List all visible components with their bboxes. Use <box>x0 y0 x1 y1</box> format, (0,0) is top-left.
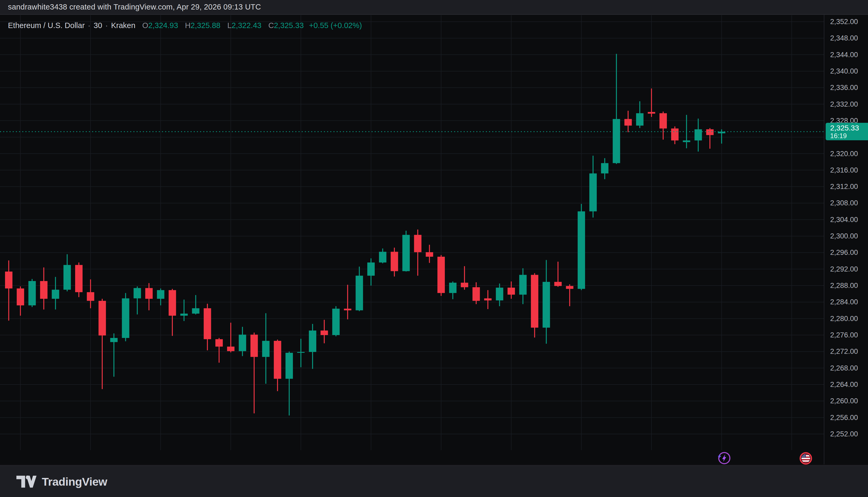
ohlc-high: H2,325.88 <box>185 21 220 30</box>
candle-body <box>671 128 679 140</box>
candle-body <box>63 265 71 289</box>
price-axis-label: 2,332.00 <box>830 100 858 109</box>
candle-body <box>157 290 164 299</box>
us-flag-event-icon[interactable] <box>798 451 813 466</box>
candle-body <box>390 252 398 271</box>
price-axis-label: 2,344.00 <box>830 51 858 59</box>
price-axis-label: 2,292.00 <box>830 265 858 273</box>
candlestick-chart[interactable] <box>0 15 824 465</box>
bar-countdown: 16:19 <box>830 132 868 140</box>
candle-body <box>613 119 620 163</box>
candle-body <box>531 275 538 328</box>
candle-body <box>297 352 304 353</box>
price-axis-label: 2,304.00 <box>830 215 858 224</box>
last-price-value: 2,325.33 <box>830 124 868 132</box>
candle-body <box>461 283 468 287</box>
price-axis-label: 2,336.00 <box>830 83 858 92</box>
candle-body <box>496 288 503 300</box>
price-axis-label: 2,264.00 <box>830 380 858 389</box>
attribution-bar: sandrawhite3438 created with TradingView… <box>0 0 868 15</box>
price-axis-label: 2,340.00 <box>830 67 858 75</box>
candle-body <box>402 235 410 271</box>
candle-body <box>683 141 690 142</box>
candle-body <box>227 347 234 351</box>
candle-body <box>694 129 702 141</box>
price-axis-label: 2,320.00 <box>830 150 858 158</box>
candle-body <box>52 290 59 299</box>
candle-body <box>204 308 211 339</box>
candle-body <box>17 288 24 306</box>
price-change: +0.55 (+0.02%) <box>309 21 362 30</box>
price-axis-label: 2,300.00 <box>830 232 858 240</box>
candle-body <box>519 275 527 295</box>
candle-body <box>636 113 644 126</box>
price-axis-label: 2,260.00 <box>830 397 858 405</box>
price-axis[interactable]: 2,325.33 16:19 2,352.002,348.002,344.002… <box>824 15 868 465</box>
exchange-name[interactable]: Kraken <box>111 21 136 30</box>
candle-body <box>542 282 550 328</box>
candle-body <box>180 314 188 316</box>
candle-body <box>40 281 47 299</box>
ohlc-open: O2,324.93 <box>142 21 178 30</box>
price-axis-label: 2,352.00 <box>830 17 858 26</box>
price-axis-label: 2,312.00 <box>830 182 858 191</box>
candle-body <box>356 276 363 310</box>
candle-body <box>589 173 597 211</box>
branding-bar: TradingView <box>0 465 868 497</box>
price-axis-label: 2,256.00 <box>830 413 858 422</box>
chart-canvas[interactable]: Ethereum / U.S. Dollar·30·Kraken O2,324.… <box>0 15 868 465</box>
candle-body <box>286 353 293 379</box>
candle-body <box>367 262 375 276</box>
candle-body <box>122 298 129 338</box>
legend-separator: · <box>85 21 94 30</box>
candle-body <box>578 211 585 289</box>
candle-body <box>566 286 573 289</box>
candle-body <box>601 163 608 173</box>
candle-body <box>438 257 445 293</box>
tradingview-logo-text: TradingView <box>42 475 107 488</box>
candle-body <box>484 298 492 300</box>
candle-body <box>28 281 36 306</box>
candle-body <box>332 309 340 335</box>
candle-body <box>706 129 714 135</box>
interval-value[interactable]: 30 <box>94 21 102 30</box>
candle-body <box>215 339 223 347</box>
candle-body <box>508 288 515 295</box>
candle-body <box>239 335 246 351</box>
candle-body <box>274 341 281 379</box>
candle-body <box>98 301 106 336</box>
candle-body <box>87 292 94 301</box>
candle-body <box>426 252 433 257</box>
ohlc-low: L2,322.43 <box>227 21 261 30</box>
candle-body <box>110 338 117 342</box>
price-axis-label: 2,280.00 <box>830 314 858 323</box>
attribution-text: sandrawhite3438 created with TradingView… <box>8 3 261 11</box>
candle-body <box>321 330 328 335</box>
tradingview-logo: TradingView <box>16 475 107 488</box>
candle-body <box>379 252 386 262</box>
flash-event-icon[interactable] <box>717 451 731 466</box>
candle-body <box>648 112 655 114</box>
candle-body <box>659 113 667 129</box>
candle-body <box>250 335 258 357</box>
symbol-legend[interactable]: Ethereum / U.S. Dollar·30·Kraken O2,324.… <box>8 21 362 30</box>
candle-body <box>75 265 83 292</box>
candle-body <box>309 330 316 352</box>
price-axis-label: 2,288.00 <box>830 281 858 290</box>
candle-body <box>344 309 352 310</box>
price-axis-label: 2,316.00 <box>830 166 858 174</box>
price-axis-label: 2,252.00 <box>830 430 858 438</box>
symbol-name[interactable]: Ethereum / U.S. Dollar <box>8 21 85 30</box>
candle-body <box>169 290 176 316</box>
price-axis-label: 2,268.00 <box>830 364 858 372</box>
ohlc-close: C2,325.33 <box>268 21 304 30</box>
candle-body <box>414 235 422 252</box>
price-axis-label: 2,284.00 <box>830 298 858 306</box>
candle-body <box>5 271 12 288</box>
price-axis-label: 2,276.00 <box>830 331 858 339</box>
candle-body <box>262 341 270 357</box>
tradingview-snapshot: { "attribution": "sandrawhite3438 create… <box>0 0 868 497</box>
candle-body <box>134 288 141 298</box>
last-price-tag: 2,325.33 16:19 <box>826 123 868 140</box>
tradingview-logo-mark <box>16 475 37 488</box>
